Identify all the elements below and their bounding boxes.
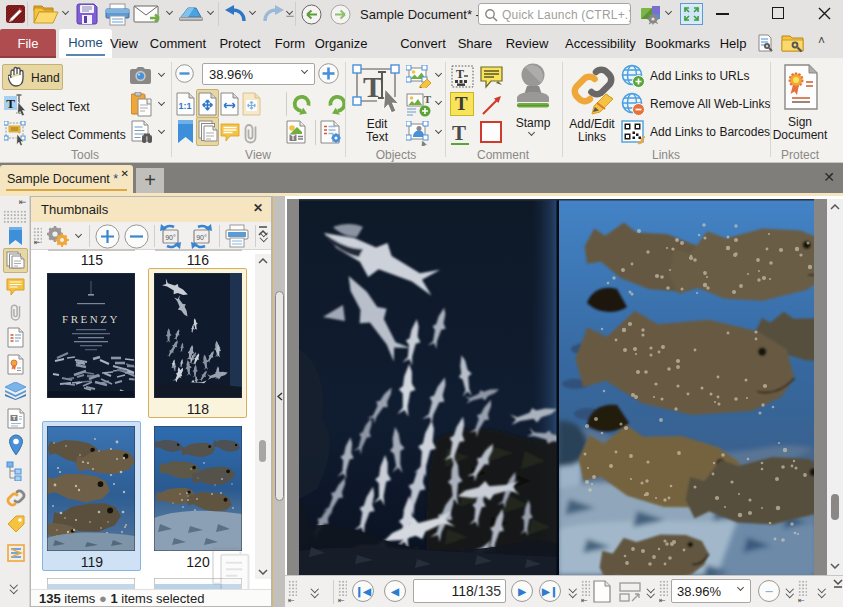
svg-text:T: T — [291, 134, 295, 141]
svg-text:1:1: 1:1 — [178, 101, 191, 111]
svg-text:90°: 90° — [165, 234, 176, 241]
svg-text:T: T — [12, 415, 16, 421]
svg-text:T: T — [6, 96, 15, 111]
svg-text:T: T — [456, 67, 464, 81]
svg-text:FRENZY: FRENZY — [62, 313, 120, 325]
svg-text:90°: 90° — [196, 234, 207, 241]
svg-text:T: T — [424, 93, 432, 105]
